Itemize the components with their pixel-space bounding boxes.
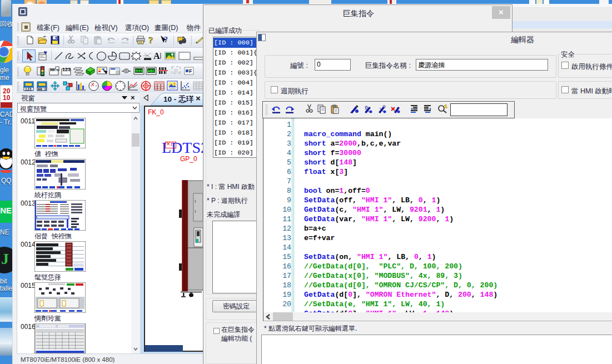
svg-text:HH:O: HH:O [38, 88, 47, 91]
svg-text:999: 999 [136, 69, 143, 73]
svg-text:F: F [189, 68, 192, 74]
svg-text:?: ? [148, 35, 153, 45]
svg-text:A: A [153, 51, 160, 61]
svg-text:123: 123 [62, 67, 71, 72]
svg-text:?: ? [164, 36, 168, 44]
svg-text:123: 123 [25, 88, 32, 91]
svg-text:ABC: ABC [148, 69, 156, 73]
